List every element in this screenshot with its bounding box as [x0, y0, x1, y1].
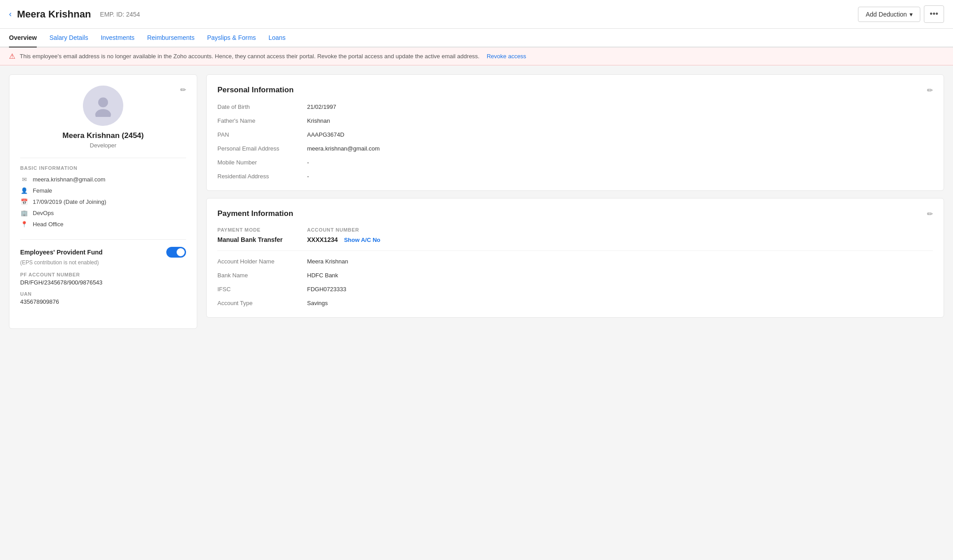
employee-name: Meera Krishnan: [17, 9, 91, 20]
employee-gender: Female: [33, 187, 52, 194]
personal-email-label: Personal Email Address: [217, 145, 307, 152]
payment-info-card: Payment Information ✏ PAYMENT MODE ACCOU…: [206, 198, 944, 318]
dob-value: 21/02/1997: [307, 103, 933, 110]
personal-email-value: meera.krishnan@gmail.com: [307, 145, 933, 152]
fathers-name-value: Krishnan: [307, 117, 933, 124]
bank-name-value: HDFC Bank: [307, 272, 933, 279]
tab-loans[interactable]: Loans: [269, 29, 286, 47]
top-bar-left: ‹ Meera Krishnan EMP. ID: 2454: [9, 9, 140, 20]
revoke-access-link[interactable]: Revoke access: [487, 53, 526, 60]
pf-account-value: DR/FGH/2345678/900/9876543: [20, 279, 186, 286]
employee-email: meera.krishnan@gmail.com: [33, 176, 105, 183]
add-deduction-label: Add Deduction: [866, 11, 907, 18]
account-holder-name-value: Meera Krishnan: [307, 258, 933, 265]
right-panel: Personal Information ✏ Date of Birth 21/…: [206, 74, 944, 318]
payment-mode-value: Manual Bank Transfer: [217, 236, 307, 243]
personal-info-grid: Date of Birth 21/02/1997 Father's Name K…: [217, 103, 933, 180]
joining-date: 17/09/2019 (Date of Joining): [33, 198, 106, 205]
payment-mode-col-label: PAYMENT MODE: [217, 227, 307, 233]
pf-title: Employees' Provident Fund: [20, 249, 103, 256]
back-button[interactable]: ‹: [9, 9, 12, 19]
add-deduction-button[interactable]: Add Deduction ▾: [858, 7, 920, 22]
svg-point-1: [95, 109, 111, 117]
person-icon: 👤: [20, 187, 28, 194]
uan-label: UAN: [20, 291, 186, 297]
bank-name-label: Bank Name: [217, 272, 307, 279]
joining-date-row: 📅 17/09/2019 (Date of Joining): [20, 198, 186, 205]
chevron-down-icon: ▾: [910, 11, 913, 18]
location-icon: 📍: [20, 221, 28, 228]
employee-department: DevOps: [33, 210, 54, 216]
pf-subtitle: (EPS contribution is not enabled): [20, 259, 186, 266]
personal-info-card: Personal Information ✏ Date of Birth 21/…: [206, 74, 944, 191]
payment-cols-header: PAYMENT MODE ACCOUNT NUMBER: [217, 227, 933, 233]
dob-label: Date of Birth: [217, 103, 307, 110]
pan-value: AAAPG3674D: [307, 131, 933, 138]
top-bar: ‹ Meera Krishnan EMP. ID: 2454 Add Deduc…: [0, 0, 953, 29]
account-number-col-label: ACCOUNT NUMBER: [307, 227, 388, 233]
basic-info-section: BASIC INFORMATION ✉ meera.krishnan@gmail…: [20, 158, 186, 240]
tab-investments[interactable]: Investments: [101, 29, 134, 47]
org-icon: 🏢: [20, 210, 28, 216]
pf-toggle-row: Employees' Provident Fund: [20, 247, 186, 258]
mobile-value: -: [307, 159, 933, 166]
payment-info-title: Payment Information: [217, 209, 293, 218]
pf-account-label: PF ACCOUNT NUMBER: [20, 272, 186, 277]
mobile-label: Mobile Number: [217, 159, 307, 166]
uan-value: 435678909876: [20, 298, 186, 305]
profile-section: ✏ Meera Krishnan (2454) Developer: [20, 86, 186, 158]
location-row: 📍 Head Office: [20, 221, 186, 228]
svg-point-0: [98, 98, 108, 108]
show-acno-link[interactable]: Show A/C No: [344, 237, 380, 243]
email-icon: ✉: [20, 176, 28, 183]
fathers-name-label: Father's Name: [217, 117, 307, 124]
personal-info-title: Personal Information: [217, 86, 294, 95]
ifsc-value: FDGH0723333: [307, 286, 933, 293]
gender-row: 👤 Female: [20, 187, 186, 194]
main-content: ✏ Meera Krishnan (2454) Developer BASIC …: [0, 65, 953, 338]
left-panel: ✏ Meera Krishnan (2454) Developer BASIC …: [9, 74, 197, 329]
employee-id: EMP. ID: 2454: [100, 11, 140, 18]
alert-message: This employee's email address is no long…: [20, 53, 480, 60]
department-row: 🏢 DevOps: [20, 210, 186, 216]
account-type-value: Savings: [307, 300, 933, 306]
profile-name: Meera Krishnan (2454): [62, 131, 143, 140]
account-number-value: XXXX1234: [307, 236, 338, 243]
alert-bar: ⚠ This employee's email address is no lo…: [0, 47, 953, 65]
pf-toggle[interactable]: [166, 247, 186, 258]
tab-payslips-forms[interactable]: Payslips & Forms: [207, 29, 256, 47]
employee-location: Head Office: [33, 221, 63, 228]
payment-mode-row: Manual Bank Transfer XXXX1234 Show A/C N…: [217, 236, 933, 251]
payment-info-edit-button[interactable]: ✏: [927, 210, 933, 218]
calendar-icon: 📅: [20, 198, 28, 205]
account-type-label: Account Type: [217, 300, 307, 306]
payment-info-grid: Account Holder Name Meera Krishnan Bank …: [217, 258, 933, 306]
avatar: [83, 86, 123, 126]
tab-overview[interactable]: Overview: [9, 29, 37, 47]
residential-address-value: -: [307, 173, 933, 180]
tab-salary-details[interactable]: Salary Details: [49, 29, 88, 47]
profile-role: Developer: [90, 142, 116, 149]
account-holder-name-label: Account Holder Name: [217, 258, 307, 265]
more-options-button[interactable]: •••: [924, 5, 944, 23]
personal-info-edit-button[interactable]: ✏: [927, 86, 933, 95]
ifsc-label: IFSC: [217, 286, 307, 293]
payment-info-header: Payment Information ✏: [217, 209, 933, 218]
pf-section: Employees' Provident Fund (EPS contribut…: [20, 240, 186, 318]
pan-label: PAN: [217, 131, 307, 138]
nav-tabs: Overview Salary Details Investments Reim…: [0, 29, 953, 47]
top-bar-right: Add Deduction ▾ •••: [858, 5, 944, 23]
basic-info-label: BASIC INFORMATION: [20, 165, 186, 171]
alert-icon: ⚠: [9, 52, 15, 60]
personal-info-header: Personal Information ✏: [217, 86, 933, 95]
tab-reimbursements[interactable]: Reimbursements: [147, 29, 195, 47]
residential-address-label: Residential Address: [217, 173, 307, 180]
profile-edit-button[interactable]: ✏: [180, 86, 186, 94]
email-row: ✉ meera.krishnan@gmail.com: [20, 176, 186, 183]
account-number-container: XXXX1234 Show A/C No: [307, 236, 388, 243]
